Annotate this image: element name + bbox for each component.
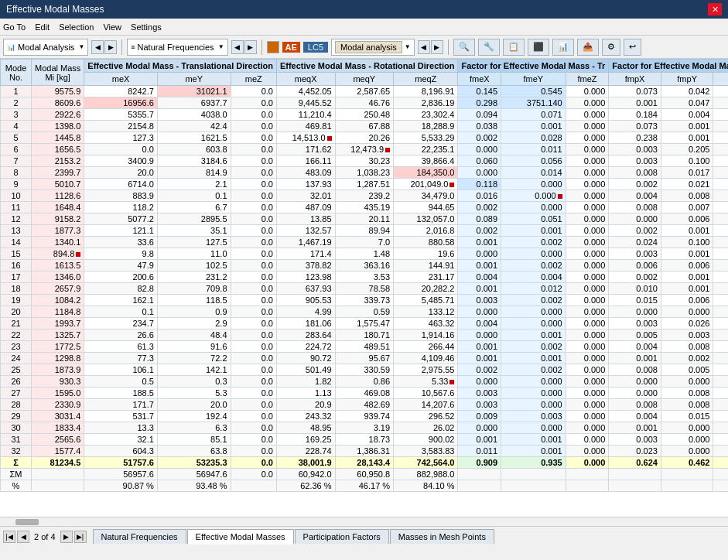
table-row: 19575.98242.731021.10.04,452.052,587.658… xyxy=(1,86,729,97)
table-row: 131877.3121.135.10.0132.5789.942,016.80.… xyxy=(1,225,729,237)
col-fmey: fmeY xyxy=(501,73,566,86)
menu-selection[interactable]: Selection xyxy=(59,22,94,32)
page-next-btn[interactable]: ▶ xyxy=(60,531,73,543)
table-row: 201184.80.10.90.04.990.59133.120.0000.00… xyxy=(1,306,729,318)
table-row: 72153.23400.93184.60.0166.1130.2339,866.… xyxy=(1,155,729,167)
summ-row: ΣM56957.656947.60.060,942.060,950.8882,9… xyxy=(1,469,729,480)
col-group-trans: Effective Modal Mass - Translational Dir… xyxy=(84,60,277,73)
modal-analysis-nav: ◀ ▶ xyxy=(91,40,117,54)
tool-btn-4[interactable]: ⬛ xyxy=(528,39,549,56)
tab-participation-factors[interactable]: Participation Factors xyxy=(295,529,389,544)
col-fmez: fmeZ xyxy=(566,73,609,86)
table-row: 32922.65355.74038.00.011,210.4250.4823,3… xyxy=(1,109,729,121)
table-row: 282330.9171.720.00.020.9482.6914,207.60.… xyxy=(1,399,729,411)
table-row: 171346.0200.6231.20.0123.983.53231.170.0… xyxy=(1,271,729,283)
type-nav: ◀ ▶ xyxy=(418,40,443,54)
col-modal-mass: Modal MassMi [kg] xyxy=(32,60,84,86)
col-mode: ModeNo. xyxy=(1,60,32,86)
menu-settings[interactable]: Settings xyxy=(131,22,162,32)
natural-freq-dropdown[interactable]: ≡ Natural Frequencies ▼ xyxy=(127,39,227,56)
toolbar: 📊 Modal Analysis ▼ ◀ ▶ ≡ Natural Frequen… xyxy=(0,36,728,59)
table-row: 111648.4118.26.70.0487.09435.19944.650.0… xyxy=(1,202,729,213)
tool-btn-2[interactable]: 🔧 xyxy=(478,39,500,56)
separator-3 xyxy=(448,39,449,55)
tab-masses-mesh-points[interactable]: Masses in Mesh Points xyxy=(390,529,494,544)
window-title: Effective Modal Masses xyxy=(6,4,104,15)
tab-natural-frequencies[interactable]: Natural Frequencies xyxy=(93,529,186,544)
col-meqy: meqY xyxy=(335,73,394,86)
table-row: 251873.9106.1142.10.0501.49330.592,975.5… xyxy=(1,364,729,376)
table-row: 271595.0188.55.30.01.13469.0810,567.60.0… xyxy=(1,388,729,399)
horizontal-scrollbar[interactable] xyxy=(0,517,728,526)
col-group-factor-trans: Factor for Effective Modal Mass - Tr xyxy=(458,60,609,73)
type-prev-btn[interactable]: ◀ xyxy=(418,40,430,54)
page-prev-btn[interactable]: ◀ xyxy=(17,531,29,543)
table-row: 28609.616956.66937.70.09,445.5246.762,83… xyxy=(1,97,729,109)
freq-next-btn[interactable]: ▶ xyxy=(244,40,257,54)
prev-btn[interactable]: ◀ xyxy=(91,40,104,54)
page-last-btn[interactable]: ▶| xyxy=(74,531,87,543)
col-group-factor-rot: Factor for Effective Modal Mass - Rot xyxy=(609,60,728,73)
table-row: 231772.561.391.60.0224.72489.51266.440.0… xyxy=(1,341,729,353)
main-table: ModeNo. Modal MassMi [kg] Effective Moda… xyxy=(0,59,728,492)
menu-edit[interactable]: Edit xyxy=(35,22,50,32)
table-row: 182657.982.8709.80.0637.9378.5820,282.20… xyxy=(1,283,729,295)
table-row: 221325.726.648.40.0283.64180.711,914.160… xyxy=(1,330,729,341)
table-row: 241298.877.372.20.090.7295.674,109.460.0… xyxy=(1,353,729,364)
title-bar: Effective Modal Masses ✕ xyxy=(0,0,728,19)
table-row: 129158.25077.22895.50.013.8520.11132,057… xyxy=(1,213,729,225)
table-row: 41398.02154.842.40.0469.8167.8818,288.90… xyxy=(1,121,729,132)
col-group-rot: Effective Modal Mass - Rotational Direct… xyxy=(276,60,458,73)
page-info: 2 of 4 xyxy=(34,532,56,541)
tool-btn-8[interactable]: ↩ xyxy=(624,39,641,56)
col-meqz: meqZ xyxy=(394,73,458,86)
table-row: 26930.30.50.30.01.820.865.330.0000.0000.… xyxy=(1,376,729,388)
page-navigation: |◀ ◀ 2 of 4 ▶ ▶| xyxy=(3,531,87,543)
col-fmpx: fmpX xyxy=(609,73,661,86)
ae-badge[interactable]: AE xyxy=(282,42,300,53)
table-row: 51445.8127.31621.50.014,513.020.265,533.… xyxy=(1,132,729,144)
menu-goto[interactable]: Go To xyxy=(3,22,26,32)
modal-analysis-label: Modal Analysis xyxy=(18,43,74,52)
col-mey: meY xyxy=(157,73,231,86)
tool-btn-1[interactable]: 🔍 xyxy=(453,39,475,56)
col-fmpy: fmpY xyxy=(661,73,713,86)
modal-analysis-dropdown[interactable]: 📊 Modal Analysis ▼ xyxy=(3,39,88,56)
tool-btn-3[interactable]: 📋 xyxy=(503,39,525,56)
pct-row: %90.87 %93.48 %62.36 %46.17 %84.10 % xyxy=(1,480,729,492)
close-button[interactable]: ✕ xyxy=(708,3,722,15)
col-mex: meX xyxy=(84,73,158,86)
menu-bar: Go To Edit Selection View Settings xyxy=(0,19,728,36)
menu-view[interactable]: View xyxy=(103,22,121,32)
bottom-bar: |◀ ◀ 2 of 4 ▶ ▶| Natural Frequencies Eff… xyxy=(0,526,728,546)
next-btn[interactable]: ▶ xyxy=(104,40,117,54)
table-container[interactable]: ModeNo. Modal MassMi [kg] Effective Moda… xyxy=(0,59,728,517)
type-next-btn[interactable]: ▶ xyxy=(431,40,443,54)
table-row: 95010.76714.02.10.0137.931,287.51201,049… xyxy=(1,179,729,190)
table-row: 61656.50.0603.80.0171.6212,473.922,235.1… xyxy=(1,144,729,155)
table-row: 141340.133.6127.50.01,467.197.0880.580.0… xyxy=(1,237,729,248)
table-row: 301833.413.36.30.048.953.1926.020.0000.0… xyxy=(1,422,729,434)
color-swatch[interactable] xyxy=(267,41,279,53)
table-row: 321577.4604.363.80.0228.741,386.313,583.… xyxy=(1,446,729,457)
freq-prev-btn[interactable]: ◀ xyxy=(231,40,244,54)
tool-btn-6[interactable]: 📤 xyxy=(577,39,599,56)
col-fmex: fmeX xyxy=(458,73,501,86)
table-row: 312565.632.185.10.0169.2518.73900.020.00… xyxy=(1,434,729,446)
separator-2 xyxy=(261,39,262,55)
table-row: 161613.547.9102.50.0378.82363.16144.910.… xyxy=(1,260,729,271)
freq-nav: ◀ ▶ xyxy=(231,40,257,54)
modal-analysis-type-dropdown[interactable]: Modal analysis ▼ xyxy=(331,39,415,56)
separator-1 xyxy=(121,39,122,55)
tool-btn-7[interactable]: ⚙ xyxy=(602,39,620,56)
table-row: 101128.6883.90.10.032.01239.234,479.00.0… xyxy=(1,190,729,202)
tool-btn-5[interactable]: 📊 xyxy=(552,39,574,56)
table-row: 82399.720.0814.90.0483.091,038.23184,350… xyxy=(1,167,729,179)
sum-row: Σ81234.551757.653235.30.038,001.928,143.… xyxy=(1,457,729,469)
table-row: 211993.7234.72.90.0181.061,575.47463.320… xyxy=(1,318,729,330)
page-first-btn[interactable]: |◀ xyxy=(3,531,15,543)
table-row: 15894.89.811.00.0171.41.4819.60.0000.000… xyxy=(1,248,729,260)
lc5-badge[interactable]: LC5 xyxy=(303,42,328,53)
tab-effective-modal-masses[interactable]: Effective Modal Masses xyxy=(187,529,294,545)
col-mez: meZ xyxy=(231,73,276,86)
